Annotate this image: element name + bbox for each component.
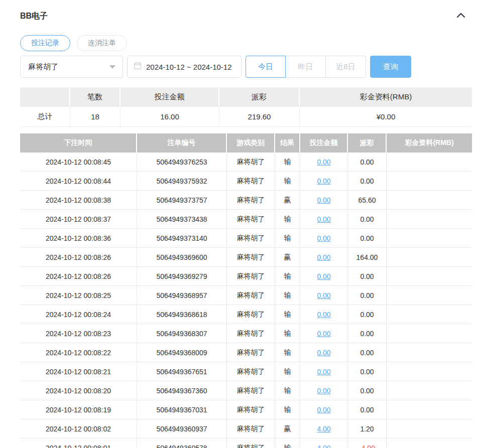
cell-result: 输 bbox=[275, 153, 300, 172]
bet-amount-link[interactable]: 0.00 bbox=[317, 234, 330, 242]
cell-payout: 0.00 bbox=[348, 267, 387, 286]
tab-label: 投注记录 bbox=[31, 39, 59, 48]
cell-bet-time: 2024-10-12 00:08:22 bbox=[20, 343, 137, 362]
col-header-bet-amount: 投注金额 bbox=[300, 133, 348, 153]
table-row: 2024-10-12 00:08:21 5064949367651 麻将胡了 输… bbox=[20, 362, 472, 381]
cell-game-type: 麻将胡了 bbox=[227, 153, 275, 172]
bet-amount-link[interactable]: 0.00 bbox=[317, 406, 330, 414]
table-row: 2024-10-12 00:08:38 5064949373757 麻将胡了 赢… bbox=[20, 191, 472, 210]
date-range-picker[interactable]: 2024-10-12 ~ 2024-10-12 bbox=[127, 56, 242, 78]
cell-game-type: 麻将胡了 bbox=[227, 400, 275, 419]
cell-payout: 1.20 bbox=[348, 419, 387, 438]
cell-bet-amount: 0.00 bbox=[300, 400, 348, 419]
cell-payout: 0.00 bbox=[348, 400, 387, 419]
game-type-select[interactable]: 麻将胡了 bbox=[20, 56, 123, 78]
cell-bet-time: 2024-10-12 00:08:45 bbox=[20, 153, 137, 172]
cell-payout: 0.00 bbox=[348, 286, 387, 305]
cell-order-number: 5064949375932 bbox=[137, 172, 227, 191]
cell-result: 输 bbox=[275, 267, 300, 286]
table-row: 2024-10-12 00:08:44 5064949375932 麻将胡了 输… bbox=[20, 172, 472, 191]
cell-jackpot bbox=[387, 286, 472, 305]
summary-total-row: 总计 18 16.00 219.60 ¥0.00 bbox=[20, 107, 472, 127]
bet-amount-link[interactable]: 4.00 bbox=[317, 425, 330, 433]
cell-jackpot bbox=[387, 267, 472, 286]
cell-bet-amount: 0.00 bbox=[300, 286, 348, 305]
cell-payout: 164.00 bbox=[348, 248, 387, 267]
cell-order-number: 5064949360578 bbox=[137, 438, 227, 448]
table-row: 2024-10-12 00:08:02 5064949360937 麻将胡了 赢… bbox=[20, 419, 472, 438]
tab-bet-records[interactable]: 投注记录 bbox=[20, 35, 70, 51]
query-button[interactable]: 查询 bbox=[370, 56, 411, 78]
table-row: 2024-10-12 00:08:26 5064949369279 麻将胡了 输… bbox=[20, 267, 472, 286]
cell-bet-time: 2024-10-12 00:08:20 bbox=[20, 381, 137, 400]
cell-order-number: 5064949373757 bbox=[137, 191, 227, 210]
cell-order-number: 5064949368957 bbox=[137, 286, 227, 305]
tab-cancelled-orders[interactable]: 连消注单 bbox=[77, 35, 127, 51]
today-button[interactable]: 今日 bbox=[246, 56, 286, 78]
cell-result: 输 bbox=[275, 362, 300, 381]
bet-amount-link[interactable]: 0.00 bbox=[317, 158, 330, 166]
chevron-down-icon bbox=[109, 65, 115, 69]
cell-game-type: 麻将胡了 bbox=[227, 343, 275, 362]
cell-jackpot bbox=[387, 381, 472, 400]
cell-result: 输 bbox=[275, 324, 300, 343]
bet-records-table: 下注时间 注单编号 游戏类别 结果 投注金额 派彩 彩金资料(RMB) 2024… bbox=[20, 133, 472, 448]
cell-payout: 0.00 bbox=[348, 172, 387, 191]
table-row: 2024-10-12 00:08:22 5064949368009 麻将胡了 输… bbox=[20, 343, 472, 362]
cell-bet-amount: 4.00 bbox=[300, 419, 348, 438]
yesterday-button[interactable]: 昨日 bbox=[286, 56, 326, 78]
bet-amount-link[interactable]: 0.00 bbox=[317, 215, 330, 223]
cell-bet-amount: 0.00 bbox=[300, 381, 348, 400]
date-range-value: 2024-10-12 ~ 2024-10-12 bbox=[146, 63, 232, 71]
bet-amount-link[interactable]: 0.00 bbox=[317, 387, 330, 395]
cell-bet-amount: 0.00 bbox=[300, 210, 348, 229]
last-8-days-button[interactable]: 近8日 bbox=[326, 56, 366, 78]
summary-total-jackpot: ¥0.00 bbox=[300, 107, 472, 127]
cell-bet-amount: 0.00 bbox=[300, 153, 348, 172]
cell-bet-time: 2024-10-12 00:08:44 bbox=[20, 172, 137, 191]
bet-amount-link[interactable]: 0.00 bbox=[317, 291, 330, 300]
bet-amount-link[interactable]: 4.00 bbox=[317, 444, 330, 448]
table-row: 2024-10-12 00:08:36 5064949373140 麻将胡了 输… bbox=[20, 229, 472, 248]
collapse-button[interactable] bbox=[454, 10, 468, 22]
cell-payout: 0.00 bbox=[348, 229, 387, 248]
table-row: 2024-10-12 00:08:45 5064949376253 麻将胡了 输… bbox=[20, 153, 472, 172]
summary-header-payout: 派彩 bbox=[219, 87, 300, 107]
bet-amount-link[interactable]: 0.00 bbox=[317, 272, 330, 280]
cell-bet-amount: 0.00 bbox=[300, 343, 348, 362]
cell-jackpot bbox=[387, 400, 472, 419]
bet-amount-link[interactable]: 0.00 bbox=[317, 177, 330, 185]
cell-order-number: 5064949368009 bbox=[137, 343, 227, 362]
cell-order-number: 5064949373438 bbox=[137, 210, 227, 229]
cell-payout: 0.00 bbox=[348, 362, 387, 381]
bet-amount-link[interactable]: 0.00 bbox=[317, 196, 330, 204]
calendar-icon bbox=[134, 62, 142, 72]
cell-order-number: 5064949373140 bbox=[137, 229, 227, 248]
cell-game-type: 麻将胡了 bbox=[227, 419, 275, 438]
filter-bar: 麻将胡了 2024-10-12 ~ 2024-10-12 今日 昨日 近8日 查… bbox=[20, 56, 472, 78]
bet-amount-link[interactable]: 0.00 bbox=[317, 253, 330, 261]
record-tabs: 投注记录 连消注单 bbox=[20, 35, 472, 51]
table-row: 2024-10-12 00:08:01 5064949360578 麻将胡了 输… bbox=[20, 438, 472, 448]
col-header-result: 结果 bbox=[275, 133, 300, 153]
cell-result: 输 bbox=[275, 438, 300, 448]
bet-amount-link[interactable]: 0.00 bbox=[317, 368, 330, 376]
cell-result: 输 bbox=[275, 400, 300, 419]
cell-result: 赢 bbox=[275, 248, 300, 267]
cell-jackpot bbox=[387, 229, 472, 248]
summary-total-bet-amount: 16.00 bbox=[121, 107, 219, 127]
summary-header-blank bbox=[20, 87, 70, 107]
cell-game-type: 麻将胡了 bbox=[227, 191, 275, 210]
cell-bet-amount: 0.00 bbox=[300, 324, 348, 343]
bet-amount-link[interactable]: 0.00 bbox=[317, 311, 330, 319]
summary-total-count: 18 bbox=[70, 107, 121, 127]
cell-bet-time: 2024-10-12 00:08:25 bbox=[20, 286, 137, 305]
cell-bet-time: 2024-10-12 00:08:37 bbox=[20, 210, 137, 229]
game-type-value: 麻将胡了 bbox=[28, 62, 58, 72]
panel-title: BB电子 bbox=[20, 11, 48, 22]
bet-amount-link[interactable]: 0.00 bbox=[317, 349, 330, 357]
summary-table: 笔数 投注金额 派彩 彩金资料(RMB) 总计 18 16.00 219.60 … bbox=[20, 87, 472, 127]
cell-bet-amount: 0.00 bbox=[300, 172, 348, 191]
cell-bet-time: 2024-10-12 00:08:21 bbox=[20, 362, 137, 381]
bet-amount-link[interactable]: 0.00 bbox=[317, 330, 330, 338]
